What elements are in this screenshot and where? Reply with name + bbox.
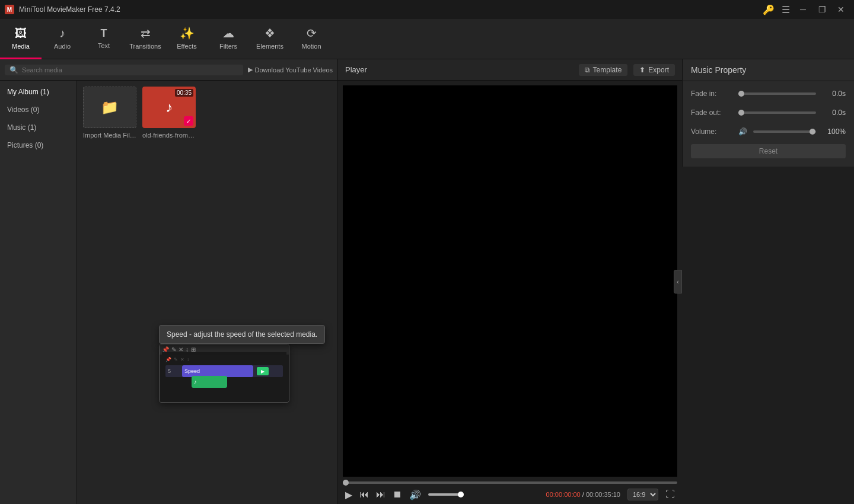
toolbar-item-transitions[interactable]: ⇄ Transitions xyxy=(125,19,166,59)
left-inner: My Album (1) Videos (0) Music (1) Pictur… xyxy=(0,81,337,504)
sidebar-item-pictures[interactable]: Pictures (0) xyxy=(0,136,77,154)
export-label: Export xyxy=(648,66,669,74)
time-total: 00:00:35:10 xyxy=(586,491,620,498)
volume-speaker-icon: 🔊 xyxy=(738,127,747,136)
sp-green-track[interactable]: ♪ xyxy=(192,376,227,388)
volume-row: Volume: 🔊 100% xyxy=(691,127,846,136)
close-button[interactable]: ✕ xyxy=(833,1,849,18)
volume-thumb xyxy=(458,492,464,497)
yt-download-label: Download YouTube Videos xyxy=(255,66,333,74)
music-note-icon: ♪ xyxy=(165,99,173,116)
yt-download-button[interactable]: ▶ Download YouTube Videos xyxy=(248,66,333,74)
volume-slider[interactable] xyxy=(428,493,464,496)
stop-button[interactable]: ⏹ xyxy=(393,489,402,500)
collapse-button[interactable]: ‹ xyxy=(674,270,682,294)
fade-in-slider[interactable] xyxy=(738,92,816,95)
volume-prop-slider[interactable] xyxy=(753,130,816,133)
layers-icon: ⧉ xyxy=(585,66,590,74)
import-thumb[interactable]: 📁 xyxy=(83,87,136,128)
music-thumb[interactable]: ♪ 00:35 ✓ xyxy=(142,87,196,128)
toolbar-label-elements: Elements xyxy=(256,43,283,50)
music-name-label: old-friends-from-ma... xyxy=(142,132,196,139)
toolbar-item-text[interactable]: T Text xyxy=(83,19,125,59)
left-panel: 🔍 ▶ Download YouTube Videos My Album (1)… xyxy=(0,59,338,504)
play-button[interactable]: ▶ xyxy=(345,489,352,500)
toolbar-item-audio[interactable]: ♪ Audio xyxy=(42,19,83,59)
search-bar[interactable]: 🔍 xyxy=(5,65,243,75)
media-header: 🔍 ▶ Download YouTube Videos xyxy=(0,59,337,81)
toolbar-label-media: Media xyxy=(12,43,30,50)
seek-thumb[interactable] xyxy=(343,480,349,486)
media-sidebar: My Album (1) Videos (0) Music (1) Pictur… xyxy=(0,81,77,504)
app-title: MiniTool MovieMaker Free 7.4.2 xyxy=(19,5,120,14)
aspect-ratio-select[interactable]: 16:9 9:16 1:1 4:3 xyxy=(627,489,658,500)
sp-track-row: 5 Speed ▶ xyxy=(165,365,283,377)
sidebar-item-music[interactable]: Music (1) xyxy=(0,119,77,136)
sp-ruler: 📌 ✎ ✕ ↕ xyxy=(165,356,283,363)
sp-track-num: 5 xyxy=(168,368,180,374)
restore-button[interactable]: ❐ xyxy=(814,1,830,18)
toolbar-item-filters[interactable]: ☁ Filters xyxy=(208,19,249,59)
fade-in-row: Fade in: 0.0s xyxy=(691,90,846,98)
volume-icon[interactable]: 🔊 xyxy=(409,489,421,500)
titlebar-right-area: 🔑 ☰ ─ ❐ ✕ xyxy=(763,1,849,18)
export-button[interactable]: ⬆ Export xyxy=(633,64,675,76)
elements-icon: ❖ xyxy=(265,26,275,40)
toolbar-label-filters: Filters xyxy=(219,43,237,50)
speed-tracks-container: 📌 ✎ ✕ ↕ 5 Speed ▶ ♪ xyxy=(162,352,286,400)
text-icon: T xyxy=(101,27,107,40)
window-controls: ─ ❐ ✕ xyxy=(795,1,849,18)
speed-preview-popup: 📌 ✎ ✕ ↕ ⊞ 📌 ✎ ✕ ↕ 5 Speed ▶ xyxy=(159,344,289,403)
main-area: 🔍 ▶ Download YouTube Videos My Album (1)… xyxy=(0,59,854,504)
fullscreen-button[interactable]: ⛶ xyxy=(665,489,675,500)
fade-out-label: Fade out: xyxy=(691,109,732,117)
toolbar-label-effects: Effects xyxy=(177,43,196,50)
player-actions: ⧉ Template ⬆ Export xyxy=(579,64,675,76)
toolbar-item-effects[interactable]: ✨ Effects xyxy=(166,19,208,59)
sidebar-item-myalbum[interactable]: My Album (1) xyxy=(0,83,77,101)
export-icon: ⬆ xyxy=(639,66,645,74)
folder-icon: 📁 xyxy=(101,99,119,116)
sp-green-row: ♪ xyxy=(165,379,283,389)
search-input[interactable] xyxy=(22,66,238,74)
music-duration: 00:35 xyxy=(175,89,193,97)
toolbar-label-text: Text xyxy=(98,42,110,49)
center-panel: Player ⧉ Template ⬆ Export ▶ ⏮ ⏭ xyxy=(338,59,682,504)
audio-icon: ♪ xyxy=(59,27,65,40)
music-property-header: Music Property xyxy=(683,59,854,81)
music-check-icon: ✓ xyxy=(184,116,193,126)
music-media-item[interactable]: ♪ 00:35 ✓ old-friends-from-ma... xyxy=(142,87,196,139)
skip-forward-button[interactable]: ⏭ xyxy=(376,489,385,500)
toolbar-item-motion[interactable]: ⟳ Motion xyxy=(291,19,332,59)
media-icon: 🖼 xyxy=(15,27,27,40)
sp-blue-track[interactable]: Speed xyxy=(182,365,253,377)
key-icon[interactable]: 🔑 xyxy=(763,4,775,15)
toolbar-item-media[interactable]: 🖼 Media xyxy=(0,19,42,59)
template-button[interactable]: ⧉ Template xyxy=(579,64,628,76)
import-media-item[interactable]: 📁 Import Media Files xyxy=(83,87,136,139)
yt-icon: ▶ xyxy=(248,66,253,74)
sidebar-item-videos[interactable]: Videos (0) xyxy=(0,101,77,119)
time-current: 00:00:00:00 xyxy=(546,491,581,498)
toolbar: 🖼 Media ♪ Audio T Text ⇄ Transitions ✨ E… xyxy=(0,19,854,59)
minimize-button[interactable]: ─ xyxy=(795,1,811,18)
right-panel: Music Property Fade in: 0.0s Fade out: xyxy=(682,59,854,167)
player-header: Player ⧉ Template ⬆ Export xyxy=(338,59,682,81)
volume-prop-value: 100% xyxy=(822,127,846,136)
fade-out-slider[interactable] xyxy=(738,111,816,114)
reset-button[interactable]: Reset xyxy=(691,144,846,158)
toolbar-item-elements[interactable]: ❖ Elements xyxy=(249,19,291,59)
seek-bar[interactable] xyxy=(343,481,677,484)
skip-back-button[interactable]: ⏮ xyxy=(359,489,369,500)
speed-preview-content: 📌 ✎ ✕ ↕ 5 Speed ▶ ♪ xyxy=(160,355,289,402)
right-panel-wrap: ‹ Music Property Fade in: 0.0s Fade out: xyxy=(682,59,854,504)
toolbar-label-motion: Motion xyxy=(301,43,321,50)
fade-in-thumb xyxy=(738,91,744,97)
import-label: Import Media Files xyxy=(83,132,136,139)
fade-out-thumb xyxy=(738,110,744,116)
transitions-icon: ⇄ xyxy=(141,26,151,40)
menu-icon[interactable]: ☰ xyxy=(782,4,790,15)
titlebar: M MiniTool MovieMaker Free 7.4.2 🔑 ☰ ─ ❐… xyxy=(0,0,854,19)
video-area xyxy=(343,85,677,477)
sp-play-button[interactable]: ▶ xyxy=(257,367,269,375)
